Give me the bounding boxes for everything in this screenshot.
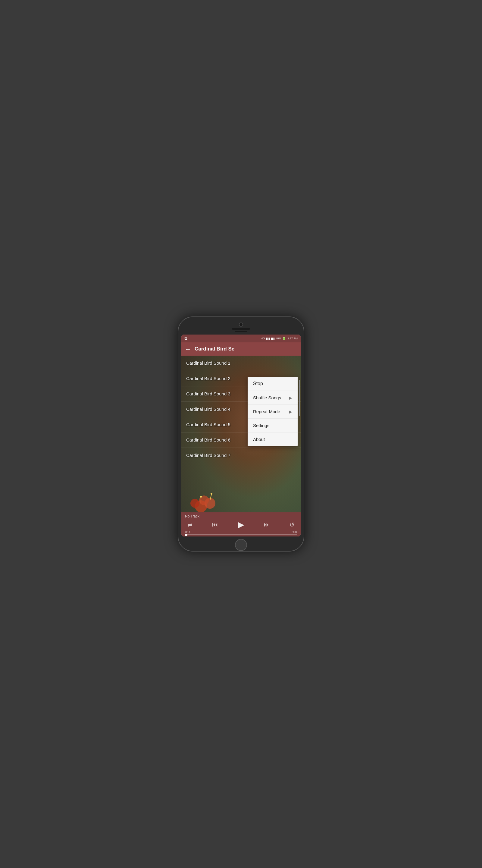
phone-frame: 🖼 4G ▮▮▮ ▮▮▮ 48% 🔋 1:27 PM ← Cardinal Bi… <box>178 316 304 552</box>
progress-bar[interactable] <box>185 534 297 535</box>
flower-decoration <box>181 488 235 513</box>
song-item-3-label: Cardinal Bird Sound 3 <box>186 391 230 396</box>
menu-item-settings[interactable]: Settings <box>248 418 298 433</box>
signal-bars: ▮▮▮ <box>266 337 269 340</box>
phone-bottom <box>181 539 301 551</box>
repeat-button[interactable]: ↺ <box>289 521 295 528</box>
content-area: Cardinal Bird Sound 1 Cardinal Bird Soun… <box>181 355 301 513</box>
time-start: 0:00 <box>185 530 191 534</box>
progress-dot <box>185 534 187 536</box>
track-name: No Track <box>185 514 297 518</box>
phone-speaker <box>232 328 250 330</box>
context-menu: Stop Shuffle Songs ▶ Repeat Mode ▶ Setti… <box>248 377 298 446</box>
back-button[interactable]: ← <box>185 346 191 352</box>
menu-item-shuffle[interactable]: Shuffle Songs ▶ <box>248 391 298 405</box>
about-label: About <box>253 437 265 442</box>
phone-screen: 🖼 4G ▮▮▮ ▮▮▮ 48% 🔋 1:27 PM ← Cardinal Bi… <box>181 335 301 536</box>
settings-label: Settings <box>253 423 269 428</box>
song-item-1-label: Cardinal Bird Sound 1 <box>186 361 230 366</box>
phone-camera <box>239 322 243 327</box>
time-row: 0:00 0:00 <box>185 530 297 534</box>
shuffle-arrow-icon: ▶ <box>289 396 292 400</box>
shuffle-label: Shuffle Songs <box>253 395 281 400</box>
stop-label: Stop <box>253 381 263 386</box>
play-button[interactable]: ▶ <box>238 520 244 530</box>
song-item-6-label: Cardinal Bird Sound 6 <box>186 437 230 442</box>
song-item-2-label: Cardinal Bird Sound 2 <box>186 376 230 381</box>
home-button[interactable] <box>235 539 247 551</box>
network-icon: 4G <box>261 337 265 340</box>
prev-button[interactable]: ⏮ <box>212 521 218 528</box>
menu-item-repeat[interactable]: Repeat Mode ▶ <box>248 405 298 418</box>
status-bar: 🖼 4G ▮▮▮ ▮▮▮ 48% 🔋 1:27 PM <box>181 335 301 342</box>
song-item-7[interactable]: Cardinal Bird Sound 7 <box>181 448 301 463</box>
signal-bars2: ▮▮▮ <box>271 337 275 340</box>
toolbar-title: Cardinal Bird Sc <box>195 346 297 352</box>
image-status-icon: 🖼 <box>184 337 187 340</box>
repeat-arrow-icon: ▶ <box>289 409 292 414</box>
battery-level: 48% <box>276 337 281 340</box>
shuffle-button[interactable]: ⇌ <box>187 521 193 528</box>
next-button[interactable]: ⏭ <box>264 521 270 528</box>
song-item-4-label: Cardinal Bird Sound 4 <box>186 407 230 412</box>
song-item-7-label: Cardinal Bird Sound 7 <box>186 453 230 458</box>
scrollbar[interactable] <box>299 380 300 416</box>
svg-point-8 <box>190 499 199 508</box>
phone-top <box>181 322 301 332</box>
menu-item-stop[interactable]: Stop <box>248 377 298 391</box>
status-right: 4G ▮▮▮ ▮▮▮ 48% 🔋 1:27 PM <box>261 337 298 340</box>
status-left: 🖼 <box>184 337 187 340</box>
app-toolbar: ← Cardinal Bird Sc <box>181 342 301 355</box>
song-item-1[interactable]: Cardinal Bird Sound 1 <box>181 355 301 371</box>
svg-point-13 <box>211 493 213 495</box>
repeat-label: Repeat Mode <box>253 409 280 414</box>
menu-item-about[interactable]: About <box>248 433 298 446</box>
clock: 1:27 PM <box>287 337 298 340</box>
time-end: 0:00 <box>291 530 297 534</box>
player-bar: No Track ⇌ ⏮ ▶ ⏭ ↺ 0:00 0:00 <box>181 513 301 536</box>
player-controls: ⇌ ⏮ ▶ ⏭ ↺ <box>185 520 297 530</box>
battery-icon: 🔋 <box>282 337 286 340</box>
svg-point-11 <box>200 496 202 498</box>
song-item-5-label: Cardinal Bird Sound 5 <box>186 422 230 427</box>
phone-speaker2 <box>235 331 247 332</box>
